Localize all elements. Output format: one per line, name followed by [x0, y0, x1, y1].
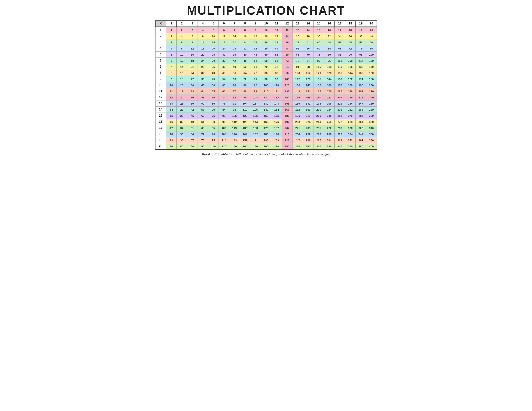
cell-11-17: 187 — [334, 88, 345, 94]
cell-20-7: 140 — [229, 143, 240, 149]
cell-14-4: 56 — [198, 107, 208, 113]
cell-3-9: 27 — [250, 39, 261, 46]
cell-10-20: 200 — [366, 82, 377, 88]
cell-3-15: 45 — [314, 39, 324, 46]
cell-6-11: 66 — [271, 58, 282, 64]
cell-3-10: 30 — [261, 39, 271, 46]
cell-11-10: 110 — [261, 88, 271, 94]
cell-3-18: 54 — [345, 39, 356, 46]
col-header-15: 15 — [314, 20, 324, 27]
cell-4-15: 60 — [314, 46, 324, 52]
col-header-13: 13 — [292, 20, 303, 27]
cell-17-19: 323 — [356, 125, 366, 131]
cell-11-20: 220 — [366, 88, 377, 94]
cell-15-16: 240 — [324, 113, 335, 119]
cell-1-16: 16 — [324, 27, 335, 33]
cell-6-17: 102 — [334, 58, 345, 64]
cell-16-13: 208 — [292, 119, 303, 125]
cell-1-14: 14 — [303, 27, 314, 33]
cell-11-16: 176 — [324, 88, 335, 94]
cell-9-12: 108 — [282, 76, 292, 82]
cell-6-1: 6 — [166, 58, 177, 64]
cell-14-16: 224 — [324, 107, 335, 113]
cell-19-1: 19 — [166, 137, 177, 143]
cell-7-6: 42 — [219, 64, 229, 70]
cell-10-14: 140 — [303, 82, 314, 88]
cell-12-18: 216 — [345, 94, 356, 101]
cell-6-12: 72 — [282, 58, 292, 64]
cell-8-13: 104 — [292, 70, 303, 76]
cell-17-8: 136 — [240, 125, 250, 131]
cell-5-3: 15 — [187, 52, 198, 58]
cell-7-19: 133 — [356, 64, 366, 70]
cell-10-1: 10 — [166, 82, 177, 88]
cell-10-17: 170 — [334, 82, 345, 88]
row-header-16: 16 — [155, 119, 166, 125]
cell-5-8: 40 — [240, 52, 250, 58]
cell-13-16: 208 — [324, 101, 335, 107]
cell-5-20: 100 — [366, 52, 377, 58]
cell-10-16: 160 — [324, 82, 335, 88]
cell-3-13: 39 — [292, 39, 303, 46]
cell-12-2: 24 — [177, 94, 187, 101]
cell-2-18: 36 — [345, 33, 356, 39]
cell-6-15: 90 — [314, 58, 324, 64]
cell-7-7: 49 — [229, 64, 240, 70]
row-header-17: 17 — [155, 125, 166, 131]
cell-12-4: 48 — [198, 94, 208, 101]
cell-12-5: 60 — [208, 94, 219, 101]
cell-14-18: 252 — [345, 107, 356, 113]
cell-16-8: 128 — [240, 119, 250, 125]
cell-6-8: 48 — [240, 58, 250, 64]
cell-8-12: 96 — [282, 70, 292, 76]
cell-16-12: 192 — [282, 119, 292, 125]
cell-11-6: 66 — [219, 88, 229, 94]
cell-14-6: 84 — [219, 107, 229, 113]
cell-5-1: 5 — [166, 52, 177, 58]
cell-20-17: 340 — [334, 143, 345, 149]
col-header-8: 8 — [240, 20, 250, 27]
cell-11-3: 33 — [187, 88, 198, 94]
cell-6-14: 84 — [303, 58, 314, 64]
cell-11-7: 77 — [229, 88, 240, 94]
cell-19-2: 38 — [177, 137, 187, 143]
cell-10-15: 150 — [314, 82, 324, 88]
cell-5-18: 90 — [345, 52, 356, 58]
cell-14-1: 14 — [166, 107, 177, 113]
cell-6-6: 36 — [219, 58, 229, 64]
cell-2-14: 28 — [303, 33, 314, 39]
cell-5-19: 95 — [356, 52, 366, 58]
col-header-12: 12 — [282, 20, 292, 27]
cell-1-19: 19 — [356, 27, 366, 33]
cell-19-11: 209 — [271, 137, 282, 143]
cell-9-3: 27 — [187, 76, 198, 82]
cell-3-20: 60 — [366, 39, 377, 46]
cell-5-15: 75 — [314, 52, 324, 58]
chart-table: X123456789101112131415161718192011234567… — [155, 20, 377, 149]
row-header-15: 15 — [155, 113, 166, 119]
col-header-11: 11 — [271, 20, 282, 27]
cell-20-9: 180 — [250, 143, 261, 149]
cell-2-13: 26 — [292, 33, 303, 39]
cell-12-6: 72 — [219, 94, 229, 101]
cell-13-8: 104 — [240, 101, 250, 107]
cell-14-10: 140 — [261, 107, 271, 113]
cell-20-14: 280 — [303, 143, 314, 149]
col-header-9: 9 — [250, 20, 261, 27]
cell-16-5: 80 — [208, 119, 219, 125]
cell-4-18: 72 — [345, 46, 356, 52]
cell-11-5: 55 — [208, 88, 219, 94]
cell-11-8: 88 — [240, 88, 250, 94]
cell-14-12: 168 — [282, 107, 292, 113]
cell-2-9: 18 — [250, 33, 261, 39]
cell-9-8: 72 — [240, 76, 250, 82]
row-header-13: 13 — [155, 101, 166, 107]
cell-10-7: 70 — [229, 82, 240, 88]
cell-3-8: 24 — [240, 39, 250, 46]
cell-8-5: 40 — [208, 70, 219, 76]
cell-4-1: 4 — [166, 46, 177, 52]
cell-19-9: 171 — [250, 137, 261, 143]
cell-13-20: 260 — [366, 101, 377, 107]
cell-1-1: 1 — [166, 27, 177, 33]
row-header-2: 2 — [155, 33, 166, 39]
